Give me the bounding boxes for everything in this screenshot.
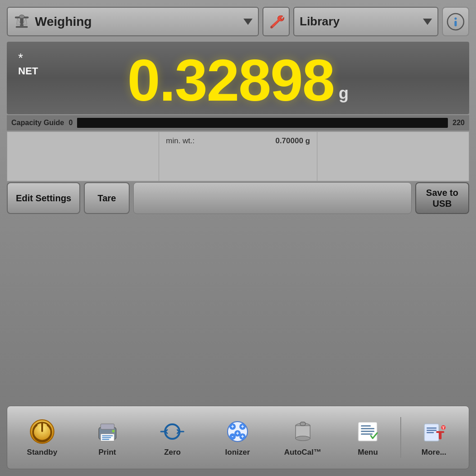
library-chevron-icon <box>423 19 432 25</box>
mode-dropdown[interactable]: Weighing <box>7 7 259 36</box>
svg-point-31 <box>296 436 310 441</box>
info-cell-left <box>7 132 159 181</box>
info-table: min. wt.: 0.70000 g <box>7 131 469 181</box>
scale-icon <box>13 13 30 30</box>
info-cell-right <box>317 132 469 181</box>
svg-text:+: + <box>231 423 234 430</box>
info-cell-middle: min. wt.: 0.70000 g <box>159 132 317 181</box>
svg-rect-11 <box>101 424 114 429</box>
chevron-down-icon <box>243 19 253 25</box>
toolbar-item-more[interactable]: T More... <box>401 418 466 457</box>
button-spacer <box>133 182 412 214</box>
svg-rect-43 <box>439 431 442 439</box>
svg-rect-37 <box>361 433 373 435</box>
svg-text:+: + <box>241 423 244 430</box>
svg-rect-39 <box>427 427 437 429</box>
top-bar: Weighing Library <box>7 7 469 36</box>
svg-rect-13 <box>102 435 113 437</box>
svg-rect-2 <box>16 26 28 28</box>
library-dropdown[interactable]: Library <box>293 7 438 36</box>
menu-icon <box>354 418 381 445</box>
svg-rect-41 <box>427 432 434 433</box>
capacity-bar-fill <box>77 118 81 128</box>
edit-settings-button[interactable]: Edit Settings <box>7 182 80 214</box>
svg-rect-7 <box>455 21 457 26</box>
min-wt-value: 0.70000 g <box>275 136 310 146</box>
weight-value-row: 0.32898 g <box>16 51 460 110</box>
svg-text:T: T <box>442 426 445 430</box>
toolbar-item-autocal[interactable]: AutoCal™ <box>270 418 335 457</box>
stability-indicator: * <box>18 51 38 65</box>
standby-label: Standby <box>27 448 57 457</box>
svg-rect-36 <box>361 431 374 432</box>
print-label: Print <box>98 448 116 457</box>
svg-rect-32 <box>300 422 306 426</box>
svg-point-3 <box>19 15 24 18</box>
svg-text:+: + <box>241 433 244 440</box>
info-button[interactable] <box>442 7 469 36</box>
svg-rect-14 <box>102 437 111 438</box>
capacity-guide-label: Capacity Guide <box>11 119 64 127</box>
toolbar-item-print[interactable]: Print <box>75 418 140 457</box>
more-icon: T <box>420 418 447 445</box>
capacity-max-value: 220 <box>452 119 465 127</box>
svg-rect-35 <box>361 428 374 429</box>
autocal-icon <box>289 418 316 445</box>
svg-rect-34 <box>361 425 371 427</box>
net-label: NET <box>18 65 38 77</box>
capacity-bar <box>77 118 448 128</box>
save-usb-button[interactable]: Save toUSB <box>415 182 469 214</box>
info-icon <box>447 13 465 31</box>
toolbar-item-zero[interactable]: Zero <box>140 418 205 457</box>
svg-rect-40 <box>427 430 437 431</box>
capacity-min-value: 0 <box>68 119 73 127</box>
ionizer-icon: + + + - + <box>224 418 251 445</box>
toolbar-item-menu[interactable]: Menu <box>335 418 401 457</box>
toolbar-item-ionizer[interactable]: + + + - + Ionizer <box>205 418 270 457</box>
weight-unit: g <box>339 84 349 103</box>
weight-display: * NET 0.32898 g <box>7 42 469 114</box>
library-label: Library <box>300 15 418 29</box>
action-buttons: Edit Settings Tare Save toUSB <box>7 182 469 214</box>
svg-point-4 <box>271 26 272 28</box>
standby-icon <box>29 418 56 445</box>
svg-point-6 <box>455 17 457 19</box>
weight-value: 0.32898 <box>127 51 334 110</box>
tare-button[interactable]: Tare <box>84 182 130 214</box>
wrench-icon <box>268 14 284 30</box>
mode-label: Weighing <box>35 15 239 29</box>
svg-rect-15 <box>102 439 109 440</box>
svg-text:-: - <box>232 433 233 440</box>
min-wt-label: min. wt.: <box>166 136 194 146</box>
weight-indicators: * NET <box>18 51 38 77</box>
capacity-guide: Capacity Guide 0 220 <box>7 115 469 131</box>
svg-point-17 <box>165 424 180 439</box>
toolbar-item-standby[interactable]: Standby <box>10 418 75 457</box>
autocal-label: AutoCal™ <box>284 448 321 457</box>
ionizer-label: Ionizer <box>225 448 250 457</box>
more-label: More... <box>422 448 447 457</box>
svg-text:+: + <box>236 430 239 437</box>
svg-rect-1 <box>20 18 24 26</box>
menu-label: Menu <box>358 448 378 457</box>
print-icon <box>94 418 121 445</box>
wrench-button[interactable] <box>262 7 290 36</box>
svg-point-16 <box>112 430 115 432</box>
zero-label: Zero <box>164 448 181 457</box>
bottom-toolbar: Standby Print <box>7 406 469 469</box>
zero-icon <box>159 418 186 445</box>
min-wt-row: min. wt.: 0.70000 g <box>166 136 310 146</box>
save-usb-label: Save toUSB <box>426 187 458 209</box>
